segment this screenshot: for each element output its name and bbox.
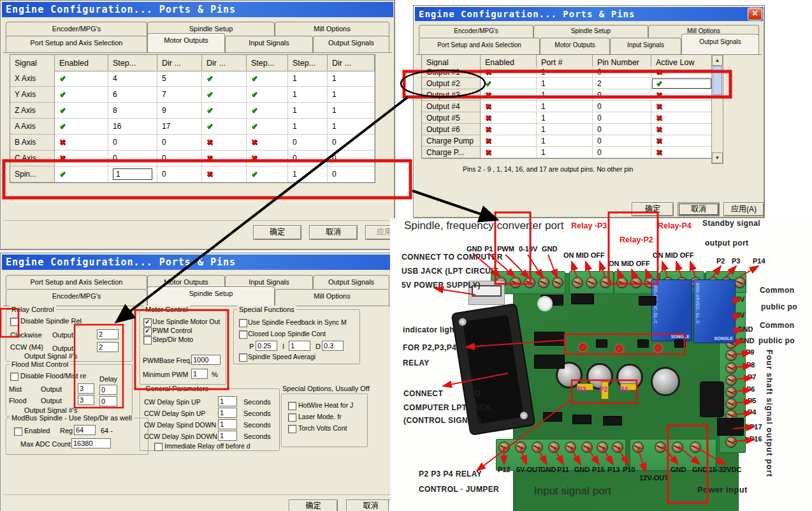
ccw-up-field[interactable] [218,408,237,418]
table-cell[interactable]: 0 [328,151,375,167]
use-spindle-motor-checkbox[interactable] [143,318,152,327]
table-cell[interactable]: 0 [328,135,375,151]
flood-output-field[interactable] [78,395,94,405]
minimum-pwm-field[interactable] [191,369,208,379]
table-cell[interactable]: 6 [108,87,157,103]
table-cell[interactable]: 17 [157,119,202,135]
ccw-output-field[interactable] [97,342,119,352]
table-cell[interactable]: 2 [593,78,651,89]
scroll-down-icon[interactable]: ▼ [712,152,723,163]
reg-field[interactable] [74,425,96,435]
mist-output-field[interactable] [78,383,94,394]
mist-delay-field[interactable] [99,385,117,395]
tab-input-signals[interactable]: Input Signals [610,38,681,54]
column-header[interactable]: Signal [10,55,55,71]
table-cell[interactable]: ✖ [481,112,537,124]
tab-encoder-mpgs[interactable]: Encoder/MPG's [6,22,147,37]
table-cell[interactable]: ✖ [481,124,537,135]
row-header[interactable]: C Axis [10,151,55,167]
titlebar[interactable]: Engine Configuration... Ports & Pins [415,7,763,21]
table-cell[interactable]: 0 [593,147,651,158]
pwm-control-checkbox[interactable] [143,327,152,336]
table-cell[interactable]: ✖ [55,151,108,167]
table-cell[interactable]: 0 [593,89,651,101]
table-cell[interactable]: 0 [593,135,651,147]
table-cell[interactable]: ✖ [651,89,712,101]
tab-port-setup[interactable]: Port Setup and Axis Selection [6,36,147,52]
closed-loop-checkbox[interactable] [239,330,247,339]
column-header[interactable]: Step... [288,55,328,71]
torch-volts-checkbox[interactable] [288,425,296,433]
table-cell[interactable]: 1 [537,147,593,158]
table-cell[interactable]: 1 [537,124,593,135]
pwmbase-field[interactable] [191,355,221,365]
table-cell[interactable]: 0 [328,167,375,182]
disable-spindle-checkbox[interactable] [10,318,18,326]
table-cell[interactable]: ✖ [202,135,247,151]
table-cell[interactable]: ✖ [651,66,712,78]
table-scrollbar[interactable]: ▲ ▼ [711,54,723,164]
row-header[interactable]: A Axis [10,119,55,135]
table-cell[interactable]: 1 [288,103,328,119]
table-cell[interactable]: 0 [288,135,328,151]
row-header[interactable]: Output #1 [422,66,481,78]
spindle-feedback-checkbox[interactable] [239,319,247,327]
table-cell[interactable]: ✖ [651,101,712,112]
scroll-up-icon[interactable]: ▲ [712,55,723,66]
i-field[interactable] [289,341,310,351]
table-cell[interactable]: ✖ [481,89,537,101]
table-cell[interactable]: 5 [157,71,202,87]
table-cell[interactable]: 0 [157,151,202,167]
table-cell[interactable]: ✖ [247,135,288,151]
titlebar[interactable]: Engine Configuration... Ports & Pins [2,255,420,270]
table-cell[interactable]: ✖ [651,135,712,147]
table-cell[interactable]: ✔ [55,167,108,182]
tab-port-setup[interactable]: Port Setup and Axis Selection [6,275,147,289]
table-cell[interactable]: 1 [328,71,375,87]
table-cell[interactable]: 0 [288,151,328,167]
tab-spindle-setup[interactable]: Spindle Setup [533,25,648,38]
table-cell[interactable]: 1 [328,119,375,135]
immediate-relay-checkbox[interactable] [154,443,163,451]
tab-output-signals[interactable]: Output Signals [681,34,759,54]
table-cell[interactable]: 0 [108,151,157,167]
table-cell[interactable]: 1 [108,167,157,182]
column-header[interactable]: Step... [247,55,288,71]
row-header[interactable]: Spin... [10,167,55,182]
tab-output-signals[interactable]: Output Signals [313,36,389,52]
table-cell[interactable]: 8 [108,103,157,119]
table-cell[interactable]: ✔ [55,103,108,119]
table-cell[interactable]: 0 [593,66,651,78]
row-header[interactable]: Output #2 [422,78,481,89]
table-cell[interactable]: ✖ [247,151,288,167]
row-header[interactable]: Charge P... [422,147,481,158]
table-cell[interactable]: ✔ [55,119,108,135]
table-cell[interactable]: ✔ [651,78,712,89]
titlebar[interactable]: Engine Configuration... Ports & Pins [2,2,393,17]
d-field[interactable] [322,341,344,351]
tab-mill-options[interactable]: Mill Options [275,289,389,306]
table-cell[interactable]: 1 [537,101,593,112]
table-cell[interactable]: 0 [157,167,202,182]
flood-delay-field[interactable] [99,396,117,406]
table-cell[interactable]: 1 [537,135,593,147]
table-cell[interactable]: ✔ [481,78,537,89]
disable-flood-checkbox[interactable] [10,373,18,381]
table-cell[interactable]: 1 [288,71,328,87]
hotwire-checkbox[interactable] [288,402,296,410]
column-header[interactable]: Enabled [55,55,108,71]
table-cell[interactable]: ✔ [55,71,108,87]
table-cell[interactable]: ✖ [481,101,537,112]
table-cell[interactable]: 9 [157,103,202,119]
tab-motor-outputs[interactable]: Motor Outputs [147,33,225,52]
table-cell[interactable]: 7 [157,87,202,103]
table-cell[interactable]: 1 [537,89,593,101]
column-header[interactable]: Step... [108,55,157,71]
table-cell[interactable]: ✖ [202,151,247,167]
tab-output-signals[interactable]: Output Signals [313,275,389,289]
table-cell[interactable]: ✖ [481,135,537,147]
ok-button[interactable]: 确定 [253,225,301,240]
table-cell[interactable]: ✔ [247,71,288,87]
ok-button[interactable]: 确定 [632,202,674,216]
table-cell[interactable]: 0 [593,124,651,135]
